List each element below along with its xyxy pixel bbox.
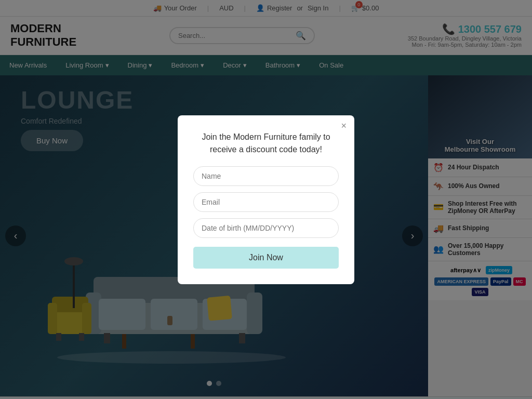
signup-modal: × Join the Modern Furniture family to re… [178,115,354,284]
modal-overlay[interactable]: × Join the Modern Furniture family to re… [0,0,532,399]
modal-close-button[interactable]: × [341,121,347,131]
email-input[interactable] [193,192,339,212]
join-now-button[interactable]: Join Now [193,247,339,269]
dob-input[interactable] [193,218,339,238]
name-input[interactable] [193,166,339,186]
modal-title: Join the Modern Furniture family to rece… [193,131,339,156]
